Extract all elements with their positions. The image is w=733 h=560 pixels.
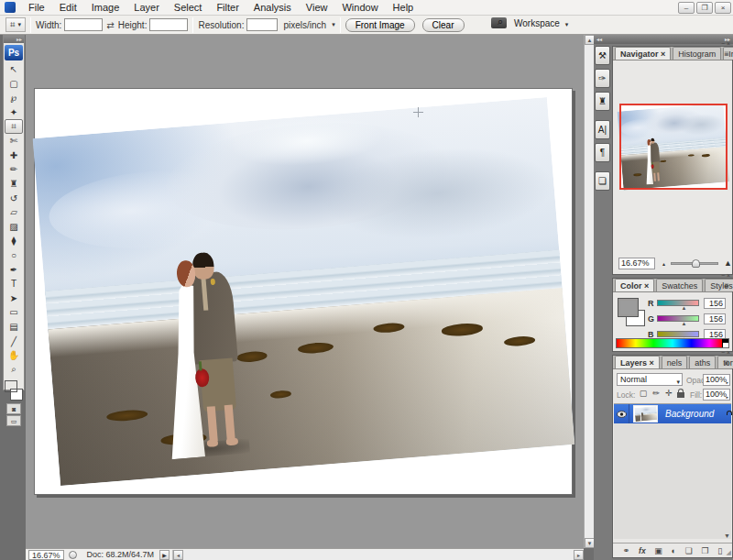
opacity-field[interactable]: 100%▸ (703, 374, 730, 386)
resolution-unit-select[interactable]: pixels/inch (283, 20, 326, 30)
lasso-tool[interactable]: ℘ (5, 91, 23, 105)
eyedropper-tool[interactable]: ╱ (5, 334, 23, 348)
vertical-scrollbar[interactable]: ▲ ▼ (584, 35, 594, 548)
menu-edit[interactable]: Edit (52, 0, 84, 15)
panel-minimize-close[interactable]: − × (721, 349, 730, 356)
tab-histogram[interactable]: Histogram (673, 47, 721, 60)
layer-comps-panel-icon[interactable]: ❏ (595, 171, 610, 191)
layer-thumbnail[interactable] (633, 405, 658, 423)
close-button[interactable]: × (715, 2, 731, 14)
horizontal-scrollbar[interactable]: ◂ ▸ (172, 550, 584, 560)
tool-presets-panel-icon[interactable]: ⚒ (595, 46, 610, 65)
blur-tool[interactable]: ⧫ (5, 234, 23, 248)
foreground-color-swatch[interactable] (618, 299, 638, 316)
shape-tool[interactable]: ▭ (5, 305, 23, 320)
foreground-color-swatch[interactable] (5, 380, 17, 392)
restore-button[interactable]: ❐ (696, 2, 713, 14)
zoom-out-icon[interactable]: ▴ (662, 260, 665, 267)
spinner-icon[interactable]: ▸ (726, 378, 728, 388)
slice-tool[interactable]: ✄ (5, 134, 23, 148)
bridge-icon[interactable] (491, 17, 507, 28)
panel-menu-icon[interactable]: ≣ (722, 281, 731, 291)
gradient-tool[interactable]: ▨ (5, 220, 23, 235)
width-input[interactable] (64, 18, 103, 31)
navigator-thumbnail[interactable] (619, 104, 728, 190)
menu-help[interactable]: Help (386, 0, 421, 15)
green-channel-slider[interactable]: ▲ (657, 315, 699, 322)
quick-selection-tool[interactable]: ✦ (5, 105, 23, 120)
menu-layer[interactable]: Layer (126, 0, 167, 15)
brushes-panel-icon[interactable]: ✑ (595, 69, 610, 88)
status-zoom-field[interactable]: 16.67% (28, 550, 64, 560)
navigator-view-box[interactable] (619, 104, 728, 190)
link-layers-icon[interactable]: ⚭ (623, 546, 630, 555)
hand-tool[interactable]: ✋ (5, 348, 23, 363)
crop-tool-preset-picker[interactable]: ⌗▾ (5, 17, 26, 32)
tab-layers[interactable]: Layers × (615, 356, 660, 368)
paragraph-panel-icon[interactable]: ¶ (595, 143, 610, 162)
zoom-tool[interactable]: ⌕ (5, 362, 23, 377)
scroll-right-icon[interactable]: ▸ (574, 550, 584, 560)
tab-swatches[interactable]: Swatches (656, 279, 703, 291)
brush-tool[interactable]: ✏ (5, 162, 23, 177)
toolbar-collapse-grip[interactable]: ▸▸ (4, 36, 24, 43)
delete-layer-icon[interactable]: ▯ (717, 546, 722, 555)
tab-channels[interactable]: nels (662, 356, 688, 368)
minimize-button[interactable]: – (678, 2, 695, 14)
color-spectrum-bar[interactable] (616, 338, 729, 348)
dock-header[interactable]: ◂◂ ▸▸ (594, 35, 733, 44)
crop-tool[interactable]: ⌗ (5, 119, 23, 134)
notes-tool[interactable]: ▤ (5, 320, 23, 335)
tab-paths[interactable]: aths (689, 356, 716, 368)
navigator-zoom-field[interactable]: 16.67% (618, 258, 655, 269)
eraser-tool[interactable]: ▱ (5, 205, 23, 220)
layer-styles-icon[interactable]: fx (639, 546, 646, 555)
scroll-left-icon[interactable]: ◂ (173, 550, 183, 560)
lock-all-icon[interactable] (677, 392, 684, 398)
menu-analysis[interactable]: Analysis (246, 0, 299, 15)
collapse-dock-icon[interactable]: ◂◂ (596, 35, 602, 44)
layer-mask-icon[interactable]: ▣ (654, 546, 662, 555)
layer-name[interactable]: Background (665, 409, 726, 419)
slider-marker-icon[interactable]: ▲ (682, 321, 687, 326)
blue-channel-slider[interactable]: ▲ (657, 331, 699, 337)
zoom-slider-thumb[interactable] (692, 259, 700, 268)
fill-field[interactable]: 100%▸ (703, 389, 730, 401)
scroll-down-icon[interactable]: ▼ (724, 533, 730, 539)
character-panel-icon[interactable]: A| (595, 120, 610, 139)
history-brush-tool[interactable]: ↺ (5, 191, 23, 205)
panel-minimize-close[interactable]: − × (721, 272, 730, 279)
workspace-dropdown[interactable]: Workspace ▾ (514, 18, 568, 28)
document-canvas[interactable] (26, 35, 584, 548)
pen-tool[interactable]: ✒ (5, 262, 23, 277)
panel-menu-icon[interactable]: ≣ (722, 49, 731, 59)
front-image-button[interactable]: Front Image (345, 18, 415, 32)
dodge-tool[interactable]: ○ (5, 248, 23, 263)
lock-transparency-icon[interactable]: ▢ (639, 389, 648, 398)
clear-button[interactable]: Clear (422, 18, 465, 32)
panel-resize-grip[interactable]: ◢ (727, 549, 731, 556)
blend-mode-select[interactable]: Normal▾ (617, 373, 683, 386)
tab-navigator[interactable]: Navigator × (615, 47, 671, 60)
clone-source-panel-icon[interactable]: ♜ (595, 92, 610, 111)
adjustment-layer-icon[interactable]: ◐ (672, 546, 676, 555)
quick-mask-button[interactable]: ◙ (6, 403, 21, 414)
move-tool[interactable]: ↖ (5, 62, 23, 77)
new-layer-icon[interactable]: ❐ (701, 546, 708, 555)
chevron-down-icon[interactable]: ▾ (332, 21, 335, 28)
swap-dimensions-icon[interactable]: ⇄ (106, 20, 114, 30)
status-expand-button[interactable]: ▶ (159, 550, 170, 560)
tab-color[interactable]: Color × (615, 279, 654, 291)
slider-marker-icon[interactable]: ▲ (682, 305, 687, 311)
lock-paint-icon[interactable]: ✏ (651, 389, 661, 398)
menu-window[interactable]: Window (334, 0, 385, 15)
menu-view[interactable]: View (299, 0, 335, 15)
panel-menu-icon[interactable]: ≣ (722, 358, 731, 368)
lock-move-icon[interactable]: ✛ (664, 389, 673, 398)
menu-select[interactable]: Select (167, 0, 210, 15)
zoom-in-icon[interactable]: ▲ (724, 258, 732, 268)
menu-file[interactable]: File (21, 0, 52, 15)
red-channel-slider[interactable]: ▲ (657, 300, 699, 306)
spot-healing-brush-tool[interactable]: ✚ (5, 148, 23, 163)
clone-stamp-tool[interactable]: ♜ (5, 177, 23, 192)
